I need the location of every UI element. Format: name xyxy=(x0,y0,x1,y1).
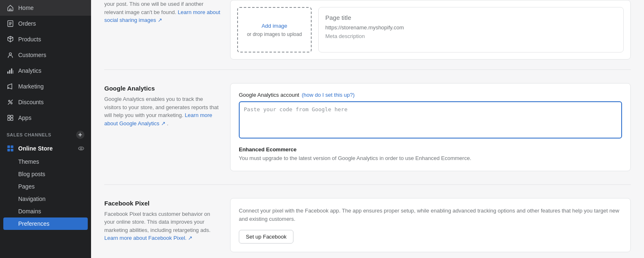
facebook-pixel-description: Facebook Pixel Facebook Pixel tracks cus… xyxy=(104,198,220,242)
svg-rect-12 xyxy=(7,146,10,148)
svg-rect-4 xyxy=(11,69,12,74)
external-link-icon: ↗ xyxy=(158,17,162,23)
svg-rect-14 xyxy=(7,149,10,151)
ga-setup-link[interactable]: (how do I set this up?) xyxy=(302,92,355,98)
sidebar-sub-blog-posts[interactable]: Blog posts xyxy=(0,168,91,180)
online-store-icon xyxy=(7,145,14,152)
products-label: Products xyxy=(18,36,41,43)
facebook-pixel-section: Facebook Pixel Facebook Pixel tracks cus… xyxy=(104,195,631,256)
external-link-icon-2: ↗ xyxy=(161,120,166,127)
sidebar-item-products[interactable]: Products xyxy=(0,31,91,47)
svg-point-1 xyxy=(9,53,11,55)
sidebar-item-discounts[interactable]: Discounts xyxy=(0,94,91,110)
google-analytics-section: Google Analytics Google Analytics enable… xyxy=(104,80,631,174)
add-sales-channel-button[interactable]: + xyxy=(76,131,84,139)
svg-rect-9 xyxy=(11,115,13,117)
online-store-label: Online Store xyxy=(18,145,53,152)
facebook-connect-text: Connect your pixel with the Facebook app… xyxy=(239,207,622,223)
facebook-pixel-desc-text: Facebook Pixel tracks customer behavior … xyxy=(104,211,211,233)
svg-point-16 xyxy=(79,147,84,150)
home-icon xyxy=(7,4,14,12)
svg-rect-15 xyxy=(11,149,13,151)
sidebar-sub-pages[interactable]: Pages xyxy=(0,180,91,193)
svg-point-17 xyxy=(80,148,82,149)
ga-account-label: Google Analytics account (how do I set t… xyxy=(239,92,622,98)
page-url: https://storename.myshopify.com xyxy=(325,24,617,31)
divider-2 xyxy=(104,184,631,185)
orders-label: Orders xyxy=(18,20,36,27)
google-analytics-card: Google Analytics account (how do I set t… xyxy=(230,83,631,171)
svg-point-6 xyxy=(9,100,10,102)
svg-rect-8 xyxy=(8,115,10,117)
setup-facebook-button[interactable]: Set up Facebook xyxy=(239,230,293,244)
home-label: Home xyxy=(18,5,34,11)
svg-point-7 xyxy=(11,103,12,104)
page-title-label: Page title xyxy=(325,14,617,21)
sidebar-item-home[interactable]: Home xyxy=(0,0,91,16)
facebook-pixel-learn-more[interactable]: Learn more about Facebook Pixel. ↗ xyxy=(104,235,192,241)
eye-icon xyxy=(78,145,84,152)
analytics-icon xyxy=(7,67,14,74)
sidebar-item-marketing[interactable]: Marketing xyxy=(0,79,91,94)
sidebar-sub-navigation[interactable]: Navigation xyxy=(0,193,91,205)
sidebar: Home Orders Products Customers xyxy=(0,0,91,258)
orders-icon xyxy=(7,20,14,27)
ga-code-input[interactable] xyxy=(239,101,622,139)
social-sharing-section: your post. This one will be used if anot… xyxy=(104,0,631,60)
svg-rect-10 xyxy=(8,118,10,120)
divider-1 xyxy=(104,69,631,70)
marketing-label: Marketing xyxy=(18,83,43,90)
discounts-icon xyxy=(7,98,14,106)
sidebar-sub-themes[interactable]: Themes xyxy=(0,155,91,168)
customers-label: Customers xyxy=(18,52,46,58)
svg-rect-13 xyxy=(11,146,13,148)
discounts-label: Discounts xyxy=(18,99,43,105)
facebook-pixel-title: Facebook Pixel xyxy=(104,200,220,207)
add-image-label: Add image xyxy=(262,23,287,29)
page-title-preview: Page title https://storename.myshopify.c… xyxy=(318,7,624,53)
main-content: your post. This one will be used if anot… xyxy=(91,0,644,258)
sidebar-item-apps[interactable]: Apps xyxy=(0,110,91,126)
svg-rect-2 xyxy=(7,72,9,74)
sidebar-sub-domains[interactable]: Domains xyxy=(0,205,91,217)
products-icon xyxy=(7,36,14,43)
customers-icon xyxy=(7,51,14,59)
sidebar-item-analytics[interactable]: Analytics xyxy=(0,63,91,79)
sidebar-sub-preferences[interactable]: Preferences xyxy=(3,217,88,230)
facebook-pixel-card: Connect your pixel with the Facebook app… xyxy=(230,198,631,252)
external-link-icon-3: ↗ xyxy=(188,235,192,241)
svg-rect-3 xyxy=(9,70,10,74)
sales-channels-header: SALES CHANNELS + xyxy=(0,126,91,141)
drop-text: or drop images to upload xyxy=(247,31,302,37)
enhanced-ecommerce-desc: You must upgrade to the latest version o… xyxy=(239,154,622,162)
apps-label: Apps xyxy=(18,115,31,121)
image-upload-area[interactable]: Add image or drop images to upload xyxy=(237,7,312,53)
apps-icon xyxy=(7,114,14,122)
google-analytics-description: Google Analytics Google Analytics enable… xyxy=(104,83,220,127)
enhanced-ecommerce-title: Enhanced Ecommerce xyxy=(239,146,622,153)
enhanced-ecommerce-section: Enhanced Ecommerce You must upgrade to t… xyxy=(239,146,622,162)
marketing-icon xyxy=(7,83,14,90)
sidebar-item-orders[interactable]: Orders xyxy=(0,16,91,31)
sidebar-item-customers[interactable]: Customers xyxy=(0,47,91,63)
google-analytics-title: Google Analytics xyxy=(104,85,220,92)
svg-rect-5 xyxy=(13,70,13,74)
sidebar-item-online-store[interactable]: Online Store xyxy=(0,141,91,155)
svg-rect-11 xyxy=(11,118,13,120)
analytics-label: Analytics xyxy=(18,67,41,74)
meta-description: Meta description xyxy=(325,33,617,39)
social-sharing-right: Add image or drop images to upload Page … xyxy=(230,0,631,60)
social-sharing-description: your post. This one will be used if anot… xyxy=(104,0,220,24)
